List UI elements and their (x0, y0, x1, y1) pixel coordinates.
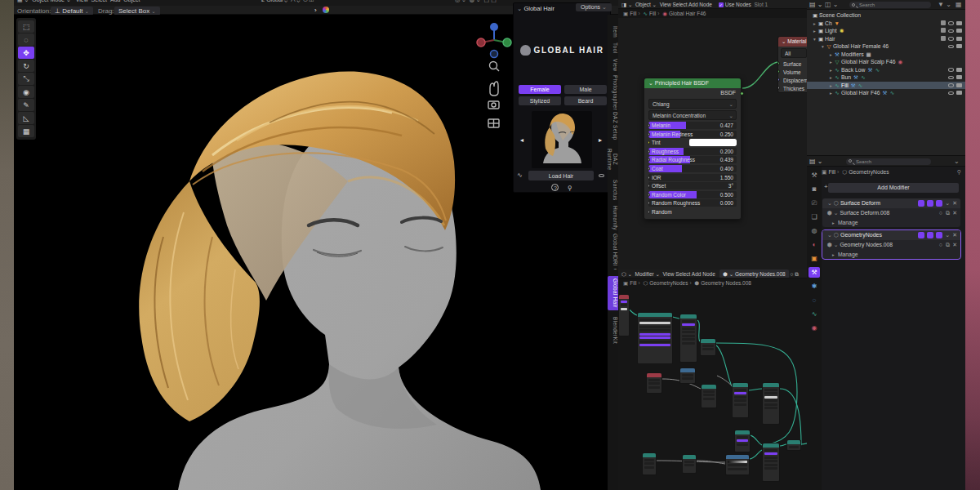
scattering-model-dropdown[interactable]: Chiang⌄ (648, 99, 737, 109)
camera-icon[interactable] (956, 91, 962, 95)
add-modifier-button[interactable]: Add Modifier (828, 183, 959, 193)
close-icon[interactable]: ✕ (952, 198, 957, 208)
geo-node[interactable] (679, 368, 696, 384)
geo-node[interactable] (725, 454, 750, 475)
geo-node[interactable] (618, 294, 630, 336)
beard-button[interactable]: Beard (564, 96, 607, 105)
outliner-row-gh-f46[interactable]: ▸∿Global Hair F46 ⚒∿ (807, 89, 965, 97)
new-collection-icon[interactable]: ▦ (956, 1, 962, 8)
tint-color-field[interactable]: Tint (648, 139, 737, 146)
realtime-toggle[interactable] (927, 232, 933, 238)
eye-icon[interactable] (948, 45, 954, 49)
geo-node[interactable] (701, 384, 717, 408)
material-output-header[interactable]: ⌄ Material Out (778, 37, 807, 47)
help-icon[interactable]: ? (551, 184, 559, 191)
menu-strip[interactable]: ▦ ⌄ Object Mode ⌄ View Select Add Object (17, 0, 140, 3)
camera-icon[interactable] (956, 75, 962, 79)
tab-daz-setup[interactable]: DAZ Setup (608, 111, 618, 140)
tab-item[interactable]: Item (608, 24, 618, 39)
geo-node[interactable] (732, 382, 749, 418)
geo-node[interactable] (786, 439, 801, 451)
melanin-redness-slider[interactable]: Melanin Redness0.250 (648, 131, 737, 138)
tab-blenderkit[interactable]: BlenderKit (608, 314, 618, 346)
global-hair-panel-header[interactable]: ⌄ Global Hair (517, 5, 555, 12)
tab-global-hdri[interactable]: Global HDRI (608, 234, 618, 266)
geo-node[interactable] (679, 314, 697, 363)
edit-mode-toggle[interactable] (918, 232, 924, 238)
transform-orientation-dropdown[interactable]: ⟀ Global ⌄ ⌒ ⌄ ⊙ ◫ (261, 0, 314, 3)
expand-arrow[interactable]: › (314, 7, 317, 14)
camera-icon[interactable] (956, 37, 962, 41)
view-control-icons[interactable] (475, 59, 513, 134)
load-hair-button[interactable]: Load Hair (528, 171, 594, 180)
stylized-button[interactable]: Stylized (519, 96, 561, 105)
manage-row[interactable]: ▸ Manage (822, 218, 960, 227)
options-dropdown[interactable]: Options ⌄ (576, 3, 612, 11)
tab-object-icon[interactable]: ▣ (808, 253, 820, 264)
modifier-header[interactable]: ⌄ ⬡Surface Deform ⌄ ✕ (822, 198, 960, 208)
eye-icon[interactable] (948, 37, 954, 41)
eye-icon[interactable] (948, 83, 954, 87)
volume-input[interactable]: Volume (778, 68, 807, 76)
tab-modifiers-icon[interactable]: ⚒ (808, 267, 820, 278)
display-mode-icon[interactable]: ◫ ⌄ (825, 1, 838, 8)
tab-sanctus[interactable]: Sanctus (608, 178, 618, 203)
radial-roughness-slider[interactable]: Radial Roughness0.439 (648, 156, 737, 163)
realtime-toggle[interactable] (927, 200, 933, 207)
outliner-row-gh-female[interactable]: ▾▽Global Hair Female 46 (807, 42, 965, 51)
manage-row[interactable]: ▸ Manage (822, 250, 960, 259)
geo-node[interactable] (642, 452, 657, 475)
thickness-input[interactable]: Thicknes (778, 84, 807, 92)
tab-physics-icon[interactable]: ◌ (808, 295, 820, 305)
tab-daz-runtime[interactable]: DAZ Runtime (608, 142, 618, 176)
geo-node[interactable] (637, 312, 673, 364)
geo-node[interactable] (762, 382, 780, 425)
hair-preview-image[interactable] (532, 111, 592, 168)
modifier-datablock-row[interactable]: ⬢ ⌄Surface Deform.008 ○ ⧉ ✕ (822, 208, 960, 218)
outliner-row-bun[interactable]: ▸∿Bun ⚒∿ (807, 74, 965, 82)
rig-person-icon[interactable]: ⚲ (568, 185, 572, 192)
material-output-node[interactable]: ⌄ Material Out All Surface Volume Displa… (777, 36, 807, 93)
tab-photographer[interactable]: Photographer (608, 75, 618, 109)
eye-icon[interactable] (948, 29, 954, 33)
surface-input[interactable]: Surface (778, 60, 807, 68)
geo-node[interactable] (682, 454, 697, 474)
tool-cursor[interactable]: ◌ (18, 33, 34, 46)
output-target-dropdown[interactable]: All (781, 48, 807, 58)
filter-icon[interactable]: ▼ ⌄ (938, 1, 951, 8)
camera-icon[interactable] (956, 29, 962, 33)
material-preview-ball-icon[interactable] (323, 7, 329, 13)
preview-prev-arrow[interactable]: ◂ (520, 136, 523, 144)
bsdf-node-header[interactable]: ⌄ Principled Hair BSDF (644, 78, 741, 88)
checkbox-icon[interactable] (941, 28, 946, 33)
ior-field[interactable]: IOR1.550 (648, 174, 737, 181)
checkbox-icon[interactable] (941, 20, 946, 25)
edit-mode-toggle[interactable] (918, 200, 924, 207)
coat-slider[interactable]: Coat0.400 (648, 165, 737, 172)
editor-type-dropdown[interactable]: ▤ ⌄ (809, 1, 822, 8)
tool-rotate[interactable]: ↻ (18, 60, 34, 72)
outliner-search-input[interactable]: Search (849, 2, 931, 8)
tab-object-data-icon[interactable]: ∿ (808, 309, 820, 319)
female-button[interactable]: Female (519, 85, 561, 94)
eye-icon[interactable] (948, 76, 954, 80)
eye-icon[interactable] (599, 172, 607, 179)
tab-scene-icon[interactable]: ◍ (808, 225, 820, 236)
tab-viewlayer-icon[interactable]: ❏ (808, 212, 820, 222)
camera-icon[interactable] (956, 83, 962, 87)
eye-icon[interactable] (948, 21, 954, 25)
shader-editor[interactable]: ◨ ⌄ Object ⌄ View Select Add Node ✓Use N… (618, 0, 807, 270)
dropdown-caret[interactable]: ⌄ (945, 198, 950, 208)
parametrization-dropdown[interactable]: Melanin Concentration⌄ (648, 110, 737, 120)
displacement-input[interactable]: Displacem (778, 76, 807, 84)
tab-humanify[interactable]: Humanify (608, 204, 618, 232)
properties-search-input[interactable]: Search (846, 158, 931, 165)
shield-icon[interactable]: ○ (939, 240, 942, 250)
filter-dropdown-icon[interactable]: ⌄ (954, 158, 960, 165)
dropdown-caret[interactable]: ⌄ (945, 230, 950, 240)
outliner-row-light[interactable]: ▸▣Light ✺ (807, 27, 965, 35)
random-input[interactable]: Random (648, 208, 737, 216)
tool-measure[interactable]: ◺ (18, 112, 34, 124)
tool-transform[interactable]: ◉ (18, 86, 34, 98)
tab-output-icon[interactable]: ⎚ (808, 198, 820, 208)
